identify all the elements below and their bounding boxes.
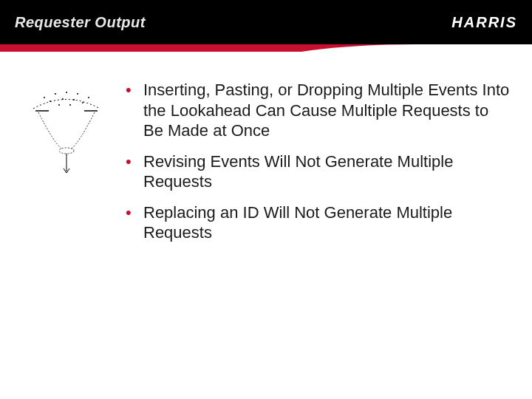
- svg-point-6: [88, 97, 89, 98]
- slide-title: Requester Output: [15, 14, 146, 31]
- list-item: Replacing an ID Will Not Generate Multip…: [126, 202, 510, 243]
- bullet-list: Inserting, Pasting, or Dropping Multiple…: [118, 80, 510, 253]
- slide-content: Inserting, Pasting, or Dropping Multiple…: [0, 65, 532, 253]
- slide-header: Requester Output HARRIS: [0, 0, 532, 44]
- svg-point-12: [69, 104, 71, 106]
- svg-point-10: [82, 102, 83, 103]
- svg-point-9: [73, 99, 75, 100]
- accent-bar: [0, 44, 532, 65]
- svg-point-3: [55, 93, 56, 95]
- list-item: Revising Events Will Not Generate Multip…: [126, 151, 510, 192]
- brand-logo: HARRIS: [451, 14, 517, 31]
- svg-point-4: [66, 92, 67, 93]
- svg-point-7: [50, 100, 51, 102]
- list-item: Inserting, Pasting, or Dropping Multiple…: [126, 80, 510, 141]
- filter-funnel-figure: [15, 80, 118, 253]
- svg-point-13: [59, 148, 74, 154]
- svg-point-11: [58, 104, 60, 106]
- svg-point-2: [44, 97, 45, 98]
- svg-point-5: [77, 93, 78, 95]
- svg-point-8: [62, 98, 64, 100]
- funnel-icon: [22, 83, 111, 186]
